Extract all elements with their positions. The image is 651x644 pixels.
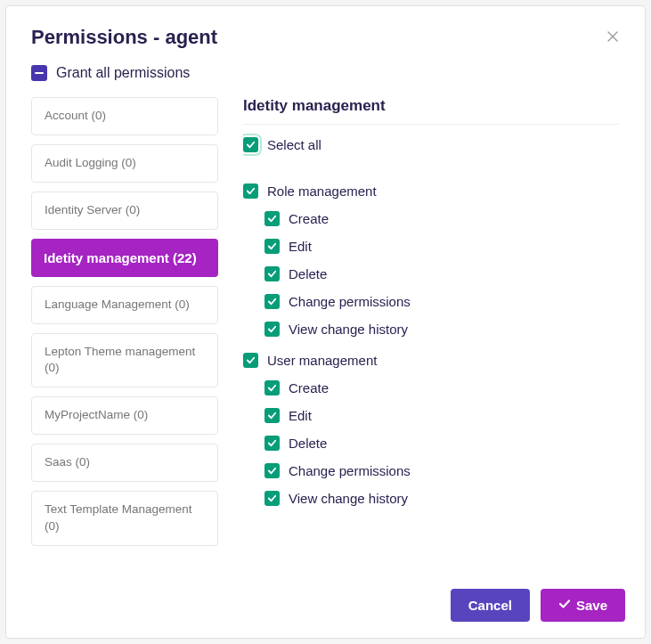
sidebar-item-label: MyProjectName (0) bbox=[45, 408, 148, 421]
permission-label: Change permissions bbox=[289, 463, 411, 478]
permission-label: Delete bbox=[289, 266, 327, 281]
checkbox-checked-icon[interactable] bbox=[264, 294, 280, 309]
save-button[interactable]: Save bbox=[541, 589, 625, 622]
select-all-label: Select all bbox=[267, 137, 321, 152]
sidebar-item[interactable]: Saas (0) bbox=[31, 444, 218, 482]
save-button-label: Save bbox=[576, 598, 607, 613]
checkbox-checked-icon[interactable] bbox=[264, 436, 280, 451]
permission-group: Role managementCreateEditDeleteChange pe… bbox=[243, 177, 613, 343]
permission-label: Delete bbox=[289, 436, 327, 451]
sidebar-item[interactable]: Lepton Theme management (0) bbox=[31, 333, 218, 388]
permission-group-label: User management bbox=[267, 353, 377, 368]
permission-row[interactable]: Change permissions bbox=[243, 288, 613, 315]
permission-row[interactable]: Create bbox=[243, 205, 613, 232]
sidebar-item[interactable]: Account (0) bbox=[31, 97, 218, 135]
sidebar-item[interactable]: Language Management (0) bbox=[31, 286, 218, 324]
permission-row[interactable]: View change history bbox=[243, 315, 613, 343]
sidebar-item-label: Idetity management (22) bbox=[44, 250, 197, 265]
close-button[interactable] bbox=[606, 29, 620, 46]
sidebar-item[interactable]: Idetity management (22) bbox=[31, 239, 218, 277]
permission-row[interactable]: View change history bbox=[243, 485, 613, 512]
permission-group-label: Role management bbox=[267, 183, 377, 199]
checkbox-checked-icon[interactable] bbox=[264, 408, 280, 423]
checkbox-checked-icon[interactable] bbox=[264, 322, 280, 337]
checkbox-checked-icon[interactable] bbox=[264, 463, 280, 478]
sidebar-item[interactable]: Audit Logging (0) bbox=[31, 144, 218, 183]
permission-label: Change permissions bbox=[289, 294, 411, 309]
sidebar-item-label: Lepton Theme management (0) bbox=[45, 345, 195, 375]
permissions-list[interactable]: Role managementCreateEditDeleteChange pe… bbox=[243, 177, 620, 573]
page-title: Permissions - agent bbox=[31, 26, 217, 49]
permission-label: View change history bbox=[289, 491, 408, 506]
grant-all-row[interactable]: Grant all permissions bbox=[31, 65, 620, 81]
permission-label: Create bbox=[289, 380, 329, 395]
permission-group-row[interactable]: Role management bbox=[243, 177, 613, 205]
grant-all-label: Grant all permissions bbox=[56, 65, 190, 81]
sidebar-item[interactable]: MyProjectName (0) bbox=[31, 396, 218, 435]
cancel-button[interactable]: Cancel bbox=[451, 589, 530, 622]
checkbox-checked-icon[interactable] bbox=[243, 353, 258, 368]
close-icon bbox=[606, 29, 620, 46]
select-all-row[interactable]: Select all bbox=[243, 137, 620, 152]
sidebar-item-label: Account (0) bbox=[45, 109, 106, 122]
sidebar-item-label: Audit Logging (0) bbox=[45, 156, 136, 169]
checkbox-checked-icon[interactable] bbox=[243, 137, 258, 152]
checkbox-checked-icon[interactable] bbox=[264, 491, 280, 506]
permission-label: Edit bbox=[289, 239, 312, 254]
checkbox-checked-icon[interactable] bbox=[264, 239, 280, 254]
permission-row[interactable]: Create bbox=[243, 374, 613, 402]
sidebar-item-label: Saas (0) bbox=[45, 455, 90, 469]
sidebar-item[interactable]: Text Template Management (0) bbox=[31, 491, 218, 546]
checkbox-checked-icon[interactable] bbox=[264, 266, 280, 281]
panel-title: Idetity management bbox=[243, 97, 620, 125]
permission-row[interactable]: Edit bbox=[243, 402, 613, 429]
permission-group-row[interactable]: User management bbox=[243, 346, 613, 374]
permission-label: Edit bbox=[289, 408, 312, 423]
indeterminate-checkbox-icon[interactable] bbox=[31, 65, 47, 81]
checkbox-checked-icon[interactable] bbox=[264, 380, 280, 395]
check-icon bbox=[558, 598, 571, 613]
permission-row[interactable]: Edit bbox=[243, 232, 613, 260]
sidebar-item-label: Text Template Management (0) bbox=[45, 502, 192, 533]
permission-label: Create bbox=[289, 211, 329, 226]
sidebar-item[interactable]: Identity Server (0) bbox=[31, 192, 218, 230]
sidebar: Account (0)Audit Logging (0)Identity Ser… bbox=[31, 97, 218, 573]
permission-row[interactable]: Delete bbox=[243, 429, 613, 457]
permission-group: User managementCreateEditDeleteChange pe… bbox=[243, 346, 613, 512]
cancel-button-label: Cancel bbox=[468, 598, 512, 613]
permission-label: View change history bbox=[289, 322, 408, 337]
checkbox-checked-icon[interactable] bbox=[243, 183, 258, 199]
checkbox-checked-icon[interactable] bbox=[264, 211, 280, 226]
permission-row[interactable]: Delete bbox=[243, 260, 613, 288]
sidebar-item-label: Identity Server (0) bbox=[45, 203, 140, 216]
permission-row[interactable]: Change permissions bbox=[243, 457, 613, 485]
sidebar-item-label: Language Management (0) bbox=[45, 298, 190, 311]
